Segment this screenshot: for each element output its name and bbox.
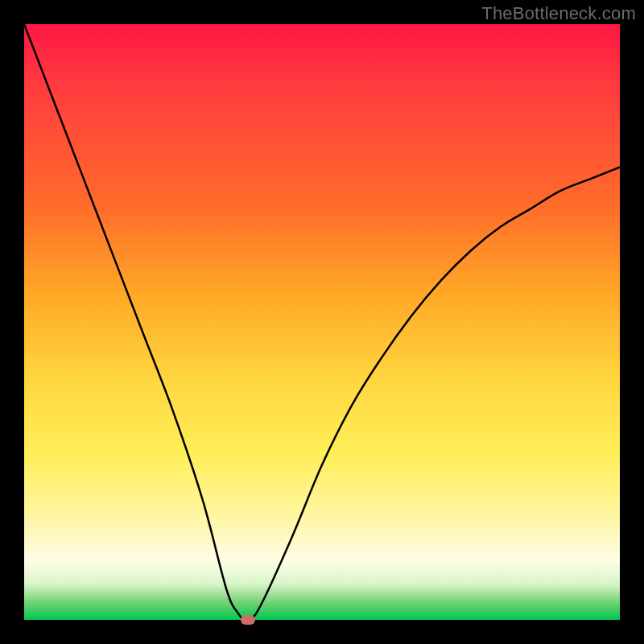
chart-frame: TheBottleneck.com	[0, 0, 644, 644]
plot-area	[24, 24, 620, 620]
bottleneck-curve	[24, 24, 620, 620]
minimum-marker	[241, 615, 255, 625]
watermark-text: TheBottleneck.com	[481, 3, 636, 24]
